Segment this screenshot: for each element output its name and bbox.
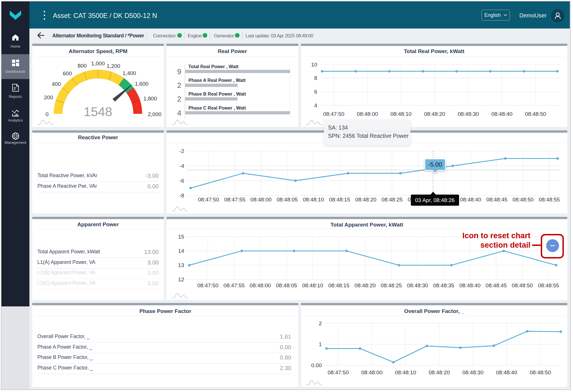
svg-text:08:48:10: 08:48:10 (303, 197, 324, 203)
svg-text:08:48:50: 08:48:50 (525, 111, 546, 117)
svg-text:08:48:25: 08:48:25 (381, 282, 402, 288)
svg-text:-2: -2 (179, 148, 184, 154)
svg-text:08:48:50: 08:48:50 (512, 282, 533, 288)
svg-text:600: 600 (63, 70, 72, 76)
svg-text:4: 4 (314, 102, 317, 108)
svg-text:15: 15 (178, 234, 184, 240)
svg-text:08:48:05: 08:48:05 (277, 197, 298, 203)
svg-text:2: 2 (319, 320, 322, 326)
svg-text:6: 6 (314, 89, 317, 95)
svg-text:1: 1 (319, 341, 322, 347)
svg-text:08:48:15: 08:48:15 (328, 282, 349, 288)
svg-text:08:48:35: 08:48:35 (433, 282, 454, 288)
svg-text:Phase A Real Power , Watt: Phase A Real Power , Watt (188, 78, 246, 83)
svg-text:13: 13 (178, 262, 184, 268)
svg-text:08:48:50: 08:48:50 (530, 369, 551, 375)
svg-text:2: 2 (177, 81, 181, 90)
svg-text:08:48:30: 08:48:30 (463, 369, 484, 375)
svg-text:08:48:30: 08:48:30 (407, 282, 428, 288)
svg-text:08:47:55: 08:47:55 (224, 197, 245, 203)
svg-text:08:47:50: 08:47:50 (198, 197, 219, 203)
svg-text:800: 800 (78, 62, 87, 68)
svg-text:08:48:05: 08:48:05 (276, 282, 297, 288)
svg-text:08:48:20: 08:48:20 (355, 282, 376, 288)
svg-text:1,400: 1,400 (122, 70, 136, 76)
svg-text:08:48:40: 08:48:40 (459, 282, 480, 288)
svg-text:08:47:50: 08:47:50 (323, 111, 344, 117)
svg-text:-4: -4 (179, 163, 184, 169)
svg-text:9: 9 (177, 67, 181, 76)
svg-text:08:48:40: 08:48:40 (496, 369, 517, 375)
svg-text:08:48:40: 08:48:40 (460, 197, 481, 203)
svg-text:10: 10 (311, 62, 317, 68)
svg-text:1,200: 1,200 (107, 63, 120, 69)
svg-text:8: 8 (314, 75, 317, 81)
svg-text:08:48:25: 08:48:25 (381, 197, 403, 203)
svg-text:08:47:50: 08:47:50 (197, 282, 218, 288)
svg-text:08:48:55: 08:48:55 (539, 197, 560, 203)
svg-text:08:48:00: 08:48:00 (357, 111, 378, 117)
svg-text:08:48:00: 08:48:00 (250, 197, 272, 203)
svg-text:08:48:55: 08:48:55 (538, 282, 559, 288)
svg-text:08:48:00: 08:48:00 (250, 282, 271, 288)
svg-text:1,600: 1,600 (135, 81, 148, 87)
svg-text:1548: 1548 (84, 104, 112, 119)
svg-text:400: 400 (52, 81, 61, 87)
svg-text:08:48:15: 08:48:15 (329, 197, 350, 203)
svg-text:08:48:45: 08:48:45 (486, 197, 507, 203)
svg-text:08:48:20: 08:48:20 (355, 197, 376, 203)
svg-text:4: 4 (177, 109, 181, 117)
svg-text:08:48:10: 08:48:10 (302, 282, 323, 288)
svg-text:2,000: 2,000 (148, 111, 162, 117)
svg-text:1,800: 1,800 (143, 95, 157, 101)
svg-text:200: 200 (44, 94, 53, 100)
svg-text:08:48:20: 08:48:20 (429, 369, 450, 375)
svg-text:-8: -8 (179, 193, 184, 199)
svg-text:Phase C Real Power , Watt: Phase C Real Power , Watt (188, 106, 246, 110)
svg-text:08:48:20: 08:48:20 (424, 111, 445, 117)
svg-text:08:48:10: 08:48:10 (391, 111, 412, 117)
svg-text:12: 12 (178, 276, 184, 282)
svg-text:03 Apr, 08:48:26: 03 Apr, 08:48:26 (415, 197, 455, 203)
svg-text:0: 0 (45, 111, 49, 117)
svg-text:08:48:30: 08:48:30 (458, 111, 479, 117)
svg-text:08:48:45: 08:48:45 (486, 282, 507, 288)
svg-text:-5.00: -5.00 (428, 161, 442, 168)
svg-text:Phase B Real Power , Watt: Phase B Real Power , Watt (188, 92, 246, 96)
svg-text:08:48:50: 08:48:50 (512, 197, 534, 203)
svg-text:Total Real Power , Watt: Total Real Power , Watt (188, 64, 239, 69)
svg-text:0.00: 0.00 (311, 362, 322, 368)
svg-text:08:48:00: 08:48:00 (361, 369, 383, 375)
svg-text:08:48:40: 08:48:40 (491, 111, 512, 117)
svg-text:08:47:55: 08:47:55 (224, 282, 245, 288)
svg-text:2: 2 (177, 95, 181, 103)
svg-text:-6: -6 (179, 178, 184, 184)
svg-text:14: 14 (178, 248, 184, 254)
svg-text:08:48:10: 08:48:10 (395, 369, 416, 375)
svg-text:08:47:50: 08:47:50 (328, 369, 349, 375)
svg-text:1,000: 1,000 (91, 60, 105, 66)
